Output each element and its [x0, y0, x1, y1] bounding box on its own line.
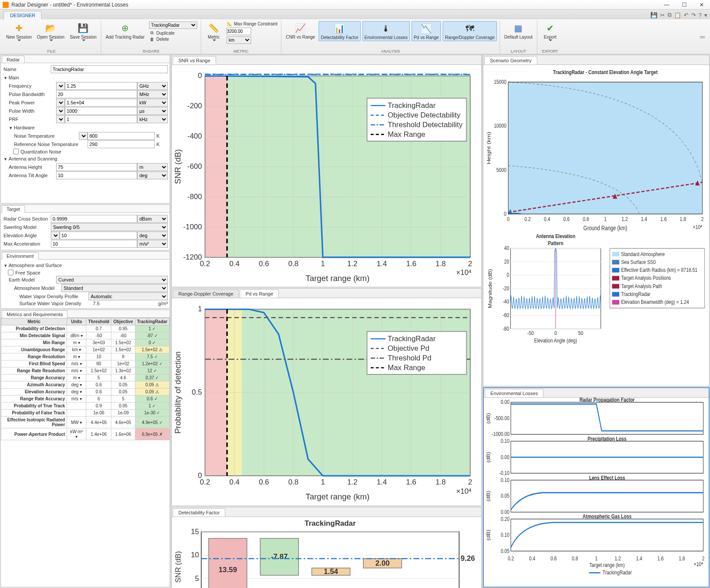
cut-icon[interactable]: ✂	[660, 12, 665, 18]
bandwidth-input[interactable]	[56, 90, 137, 98]
bandwidth-unit[interactable]: MHz	[137, 90, 168, 98]
svg-text:0.00: 0.00	[501, 454, 510, 460]
svg-text:1.2: 1.2	[621, 216, 628, 222]
atmo-model-select[interactable]: Standard	[61, 284, 168, 292]
environmental-losses-button[interactable]: 🌡Environmental Losses	[362, 21, 410, 41]
pulse-width-dropdown[interactable]	[56, 107, 65, 115]
new-session-button[interactable]: ✚New Session	[4, 21, 33, 42]
open-session-button[interactable]: 📂Open Session	[35, 21, 66, 42]
pd-vs-range-button[interactable]: 📉Pd vs Range	[412, 21, 441, 41]
svg-text:TrackingRadar: TrackingRadar	[388, 335, 436, 343]
export-button[interactable]: ✔Export	[540, 21, 560, 42]
svg-text:0.2: 0.2	[508, 555, 514, 561]
svg-text:10: 10	[191, 551, 199, 559]
tab-range-doppler[interactable]: Range-Doppler Coverage	[173, 289, 239, 298]
tab-designer[interactable]: DESIGNER	[4, 11, 42, 19]
elev-angle-input[interactable]	[60, 232, 137, 239]
tab-detectability[interactable]: Detectability Factor	[173, 508, 225, 517]
redo-icon[interactable]: ↷	[691, 12, 696, 18]
max-accel-input[interactable]	[51, 240, 137, 248]
max-range-value[interactable]	[227, 28, 251, 35]
svg-text:Magnitude (dB): Magnitude (dB)	[487, 269, 492, 308]
tab-pd-vs-range[interactable]: Pd vs Range	[240, 289, 279, 298]
rcs-input[interactable]	[51, 215, 137, 223]
help-icon[interactable]: ?	[699, 12, 702, 18]
frequency-input[interactable]	[65, 82, 137, 90]
paste-icon[interactable]: 📋	[674, 12, 681, 18]
more-icon[interactable]: ▾	[704, 12, 707, 18]
radar-name-input[interactable]	[51, 65, 168, 73]
svg-text:50: 50	[578, 330, 583, 336]
frequency-unit[interactable]: GHz	[137, 82, 168, 90]
antenna-section[interactable]: Antenna and Scanning	[3, 155, 168, 163]
app-icon	[3, 2, 9, 8]
minimize-button[interactable]: —	[661, 1, 672, 9]
close-button[interactable]: ✕	[696, 1, 707, 9]
delete-button[interactable]: 🗑Delete	[148, 36, 198, 42]
atmo-surface-section[interactable]: Atmosphere and Surface	[3, 261, 168, 269]
ref-noise-input[interactable]	[88, 140, 155, 148]
target-panel-tab[interactable]: Target	[2, 205, 25, 213]
radar-select[interactable]: TrackingRadar	[149, 21, 197, 29]
pulse-width-unit[interactable]: µs	[137, 107, 168, 115]
metric-button[interactable]: 📏Metric	[204, 21, 224, 42]
add-tracking-radar-button[interactable]: ⊕Add Tracking Radar	[104, 21, 146, 40]
antenna-tilt-input[interactable]	[56, 171, 137, 179]
noise-temp-input[interactable]	[88, 132, 155, 140]
peak-power-dropdown[interactable]	[56, 99, 65, 107]
svg-text:Radar Propagation Factor: Radar Propagation Factor	[579, 398, 635, 403]
svg-text:Max Range: Max Range	[388, 363, 426, 372]
quantization-noise-checkbox[interactable]	[13, 149, 19, 154]
metrics-panel-tab[interactable]: Metrics and Requirements	[2, 310, 67, 318]
svg-text:Lens Effect Loss: Lens Effect Loss	[589, 474, 625, 481]
tab-environmental-losses[interactable]: Environmental Losses	[485, 389, 543, 397]
svg-text:Target range (km): Target range (km)	[589, 562, 625, 568]
antenna-height-input[interactable]	[56, 163, 137, 171]
svg-text:2.00: 2.00	[375, 559, 390, 567]
svg-text:1.8: 1.8	[679, 555, 685, 561]
save-icon[interactable]: 💾	[650, 12, 657, 18]
maximize-button[interactable]: ☐	[678, 1, 690, 9]
environment-panel-tab[interactable]: Environment	[2, 252, 39, 260]
main-section[interactable]: Main	[3, 74, 168, 82]
svg-text:1.6: 1.6	[660, 216, 667, 222]
frequency-dropdown[interactable]	[56, 82, 65, 90]
svg-rect-205	[612, 268, 619, 272]
peak-power-unit[interactable]: kW	[137, 99, 168, 107]
svg-text:Effective Earth Radius (km) = : Effective Earth Radius (km) = 8718.51	[621, 267, 697, 273]
peak-power-input[interactable]	[65, 99, 137, 107]
svg-text:×10⁴: ×10⁴	[694, 561, 703, 567]
svg-text:-1000: -1000	[183, 223, 202, 231]
radar-panel-tab[interactable]: Radar	[2, 56, 25, 63]
cnr-vs-range-button[interactable]: 📈CNR vs Range	[284, 21, 317, 40]
svg-text:0.6: 0.6	[563, 216, 570, 222]
prf-dropdown[interactable]	[56, 115, 65, 123]
earth-model-select[interactable]: Curved	[56, 276, 168, 284]
tab-scenario-geometry[interactable]: Scenario Geometry	[484, 56, 537, 64]
tab-snr-vs-range[interactable]: SNR vs Range	[173, 56, 216, 64]
detectability-factor-button[interactable]: 📊Detectability Factor	[319, 21, 361, 41]
duplicate-button[interactable]: ⧉Duplicate	[148, 30, 198, 36]
copy-icon[interactable]: ⧉	[667, 11, 671, 18]
free-space-checkbox[interactable]	[8, 270, 14, 275]
save-session-button[interactable]: 💾Save Session	[68, 21, 98, 42]
undo-icon[interactable]: ↶	[684, 12, 689, 18]
svg-text:0.4: 0.4	[544, 216, 550, 222]
max-range-unit[interactable]: km	[227, 36, 251, 44]
prf-unit[interactable]: kHz	[137, 115, 168, 123]
svg-text:-1200: -1200	[183, 253, 202, 261]
swerling-select[interactable]: Swerling 0/5	[51, 223, 168, 231]
svg-text:1.6: 1.6	[657, 555, 664, 561]
svg-text:0: 0	[554, 330, 557, 336]
svg-text:0.10: 0.10	[501, 531, 510, 538]
ribbon-collapse-icon[interactable]: ═	[700, 33, 708, 41]
default-layout-button[interactable]: ▦Default Layout	[503, 21, 535, 40]
svg-text:Elevation Angle (deg): Elevation Angle (deg)	[534, 337, 577, 343]
prf-input[interactable]	[65, 115, 137, 123]
svg-text:0: 0	[507, 216, 510, 222]
hardware-section[interactable]: Hardware	[8, 124, 168, 132]
svg-text:Pattern: Pattern	[548, 239, 563, 246]
range-doppler-button[interactable]: 🗺Range/Doppler Coverage	[443, 21, 497, 41]
vapor-profile-select[interactable]: Automatic	[89, 292, 168, 300]
pulse-width-input[interactable]	[65, 107, 137, 115]
